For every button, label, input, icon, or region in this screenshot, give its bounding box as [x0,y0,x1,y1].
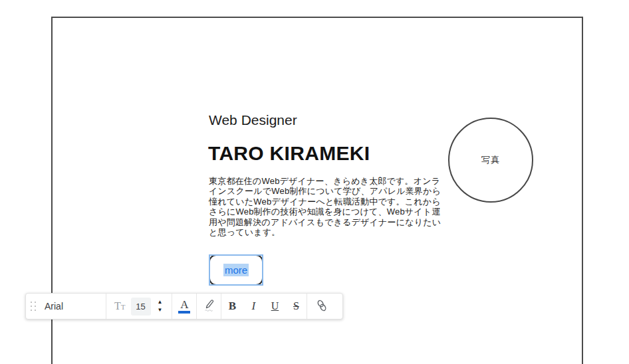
more-button[interactable]: more [209,254,263,286]
font-family-select[interactable]: Arial [45,301,106,312]
text-color-label: A [180,300,188,310]
profile-subtitle-text[interactable]: Web Designer [209,112,297,128]
more-button-label: more [223,264,249,276]
highlighter-pen-icon [201,298,216,315]
font-size-stepper: ▲ ▼ [158,300,163,313]
more-button-selection-wrap: more [209,254,263,286]
font-size-icon: TT [114,300,126,312]
photo-placeholder-label: 写真 [481,154,500,166]
insert-link-button[interactable] [307,294,336,319]
highlight-color-button[interactable] [197,294,221,319]
font-size-input[interactable]: 15 [131,298,151,316]
font-size-decrease-button[interactable]: ▼ [158,308,163,313]
profile-title-text[interactable]: TARO KIRAMEKI [208,143,370,164]
profile-bio-text[interactable]: 東京都在住のWebデザイナー、きらめき太郎です。オンラ インスクールでWeb制作… [209,176,443,237]
photo-placeholder-circle[interactable]: 写真 [448,118,533,203]
chain-link-icon [315,298,328,315]
toolbar-drag-handle-icon[interactable] [31,302,37,312]
strikethrough-button[interactable]: S [285,294,307,319]
bold-button[interactable]: B [221,294,243,319]
toolbar-divider [106,294,106,319]
text-color-swatch [178,311,190,314]
font-size-increase-button[interactable]: ▲ [158,300,163,305]
text-format-toolbar: Arial TT 15 ▲ ▼ A B I U S [25,293,343,319]
underline-button[interactable]: U [264,294,285,319]
text-color-button[interactable]: A [172,294,196,319]
italic-button[interactable]: I [243,294,264,319]
